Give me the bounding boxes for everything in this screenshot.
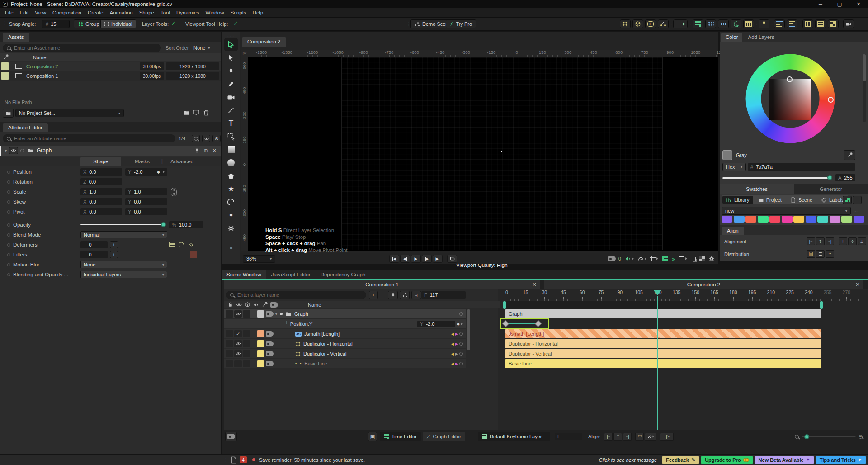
clear-search-icon[interactable]: ⊗ bbox=[212, 135, 221, 142]
work-area-start-handle[interactable] bbox=[503, 301, 506, 309]
scale-x-field[interactable]: X1.0 bbox=[80, 188, 122, 195]
rectangle-tool[interactable] bbox=[224, 143, 238, 156]
forge-tool-icon[interactable]: F bbox=[645, 19, 656, 28]
timeline-bar-jsmath[interactable]: Jsmath [Length] bbox=[505, 329, 821, 338]
filters-field[interactable]: ≡0 bbox=[80, 251, 108, 258]
minimize-button[interactable]: ─ bbox=[811, 0, 830, 8]
expand-chevron-icon[interactable]: ▾ bbox=[5, 149, 7, 153]
keyframe-diamond[interactable] bbox=[535, 320, 542, 327]
messages-icon[interactable] bbox=[230, 456, 237, 464]
next-keyframe-icon[interactable]: ▶ bbox=[455, 352, 458, 356]
menu-item[interactable]: Composition bbox=[49, 8, 85, 17]
add-filter-button[interactable]: + bbox=[110, 251, 118, 258]
tab-attribute-editor[interactable]: Attribute Editor bbox=[3, 123, 48, 132]
menu-item[interactable]: Tool bbox=[157, 8, 173, 17]
camera-ghost-icon[interactable] bbox=[266, 341, 274, 346]
tab-assets[interactable]: Assets bbox=[3, 33, 29, 42]
line-tool[interactable] bbox=[224, 104, 238, 117]
keyframe-diamond[interactable] bbox=[502, 320, 509, 327]
color-swatch[interactable] bbox=[782, 216, 793, 223]
go-to-end-button[interactable]: ▶ bbox=[433, 255, 443, 263]
star-tool[interactable]: ★ bbox=[224, 182, 238, 195]
enabled-checkbox[interactable]: ✓ bbox=[234, 330, 242, 337]
render-queue-icon[interactable] bbox=[743, 19, 754, 28]
pencil-tool[interactable] bbox=[224, 77, 238, 90]
asset-row[interactable]: Composition 1 30.00fps 1920 x 1080 bbox=[0, 71, 221, 81]
timeline-zoom-slider[interactable] bbox=[802, 436, 856, 437]
work-area-bar[interactable] bbox=[503, 301, 823, 309]
alpha-slider-knob[interactable] bbox=[827, 175, 832, 180]
swatch-grid-view-icon[interactable] bbox=[843, 196, 852, 204]
zoom-out-icon[interactable] bbox=[795, 435, 799, 439]
selected-keyframe-span[interactable] bbox=[500, 318, 549, 329]
menu-item[interactable]: Dynamics bbox=[173, 8, 202, 17]
layer-tools-check-icon[interactable]: ✓ bbox=[171, 20, 176, 27]
keyframe-diamond-icon[interactable]: ◆ bbox=[157, 170, 160, 174]
monitor-icon[interactable] bbox=[193, 109, 200, 116]
menu-item[interactable]: Edit bbox=[17, 8, 32, 17]
tab-shape[interactable]: Shape bbox=[80, 157, 121, 166]
color-swatch[interactable] bbox=[806, 216, 816, 223]
columns-layout-icon[interactable] bbox=[802, 19, 813, 28]
opacity-slider-knob[interactable] bbox=[161, 222, 166, 227]
group-button[interactable]: Group bbox=[74, 19, 104, 28]
try-pro-button[interactable]: ⚡ Try Pro bbox=[446, 19, 476, 28]
layer-color-swatch[interactable] bbox=[257, 330, 264, 337]
color-swatch[interactable] bbox=[793, 216, 804, 223]
add-tab-icon[interactable]: ⧉ bbox=[204, 148, 208, 154]
grid-toggle[interactable] bbox=[650, 256, 658, 261]
camera-ghost-icon[interactable] bbox=[266, 311, 274, 317]
new-beta-button[interactable]: New Beta Available✦ bbox=[755, 456, 814, 464]
color-swatch[interactable] bbox=[745, 216, 756, 223]
arc-tool[interactable] bbox=[224, 195, 238, 209]
chevrons-toggle[interactable]: » bbox=[672, 256, 675, 262]
menu-item[interactable]: Scripts bbox=[227, 8, 249, 17]
direct-select-tool[interactable] bbox=[224, 51, 238, 64]
distribute-h-icon[interactable]: |▯| bbox=[807, 250, 815, 258]
deformers-field[interactable]: ≡0 bbox=[80, 241, 108, 248]
eye-icon[interactable] bbox=[234, 310, 242, 318]
add-layer-button[interactable]: + bbox=[369, 291, 378, 299]
project-folder-button[interactable] bbox=[3, 109, 14, 118]
hook-toggle[interactable] bbox=[637, 256, 646, 262]
tips-tricks-button[interactable]: Tips and Tricks➤ bbox=[816, 456, 866, 464]
layer-panel-header[interactable]: Composition 1 ✕ bbox=[224, 280, 540, 289]
align-top-icon[interactable] bbox=[774, 19, 785, 28]
zoom-level-dropdown[interactable]: 36%▾ bbox=[243, 255, 275, 263]
scatter-filter-icon[interactable] bbox=[400, 291, 410, 299]
frame-counter-field[interactable]: F117 bbox=[421, 291, 466, 299]
alpha-slider-track[interactable] bbox=[722, 177, 831, 179]
color-mode-dropdown[interactable]: Hex▾ bbox=[722, 163, 746, 171]
alpha-field[interactable]: A255 bbox=[835, 174, 855, 181]
grid-layout-icon[interactable] bbox=[828, 19, 839, 28]
zoom-in-icon[interactable]: + bbox=[859, 435, 862, 439]
align-right-icon[interactable]: ≡| bbox=[826, 237, 834, 245]
step-forward-button[interactable]: ▶ bbox=[422, 255, 432, 263]
next-keyframe-icon[interactable]: ▶ bbox=[455, 362, 458, 366]
close-button[interactable]: ✕ bbox=[849, 0, 868, 8]
prev-keyframe-icon[interactable]: ◀ bbox=[451, 362, 454, 366]
eye-icon[interactable] bbox=[234, 340, 242, 347]
swatch-source-project[interactable]: Project bbox=[755, 196, 785, 204]
box-tool-icon[interactable] bbox=[632, 19, 643, 28]
deformer-wave-icon[interactable] bbox=[188, 242, 193, 248]
visibility-eye-icon[interactable] bbox=[9, 147, 18, 154]
saturation-value-box[interactable] bbox=[769, 79, 811, 120]
timeline-bar-duplicator-horizontal[interactable]: Duplicator - Horizontal bbox=[505, 339, 821, 348]
color-swatch[interactable] bbox=[854, 216, 864, 223]
color-column-icon[interactable] bbox=[262, 302, 268, 308]
grid-points-tool-icon[interactable] bbox=[620, 19, 631, 28]
camera-toolbar-icon[interactable] bbox=[843, 19, 854, 28]
isolate-attribute-icon[interactable] bbox=[202, 135, 210, 142]
layer-color-swatch[interactable] bbox=[257, 310, 264, 318]
solo-ring-icon[interactable] bbox=[20, 149, 24, 152]
hue-selector[interactable] bbox=[828, 97, 834, 103]
keyframe-layer-dropdown[interactable]: Default Keyframe Layer bbox=[478, 432, 550, 441]
work-area-end-handle[interactable] bbox=[820, 301, 823, 309]
prev-keyframe-icon[interactable]: ◀ bbox=[451, 332, 454, 336]
layer-list-icon[interactable] bbox=[693, 19, 703, 28]
trash-icon[interactable] bbox=[203, 109, 210, 116]
menu-item[interactable]: Help bbox=[250, 8, 267, 17]
transparency-toggle[interactable] bbox=[699, 256, 705, 261]
pen-tool[interactable] bbox=[224, 64, 238, 77]
